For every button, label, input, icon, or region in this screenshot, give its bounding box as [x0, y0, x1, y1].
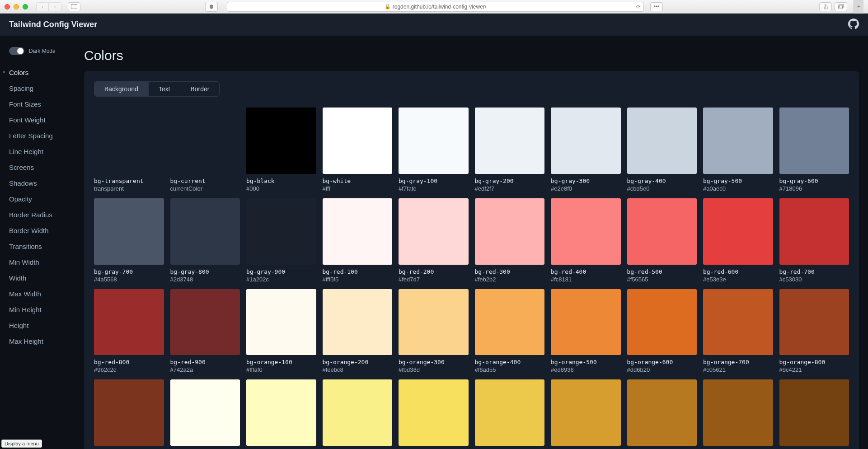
swatch-color-box: [551, 289, 621, 355]
svg-rect-0: [71, 5, 77, 9]
share-button[interactable]: [819, 2, 832, 11]
swatch-bg-red-900[interactable]: bg-red-900#742a2a: [170, 289, 240, 374]
back-button[interactable]: ‹: [36, 2, 49, 11]
share-icon: [823, 4, 828, 9]
swatch-hex: #f56565: [627, 276, 697, 283]
swatch-hex: #c53030: [779, 276, 849, 283]
sidebar-item-border-radius[interactable]: Border Radius: [9, 210, 84, 220]
swatch-bg-orange-600[interactable]: bg-orange-600#dd6b20: [627, 289, 697, 374]
swatch-bg-red-100[interactable]: bg-red-100#fff5f5: [323, 198, 393, 283]
swatch-bg-yellow-900[interactable]: bg-yellow-900#744210: [779, 379, 849, 449]
tab-border[interactable]: Border: [180, 82, 219, 96]
swatch-bg-red-300[interactable]: bg-red-300#feb2b2: [475, 198, 545, 283]
swatch-hex: #edf2f7: [475, 185, 545, 192]
swatch-bg-orange-900[interactable]: bg-orange-900#7b341e: [94, 379, 164, 449]
swatch-bg-orange-400[interactable]: bg-orange-400#f6ad55: [475, 289, 545, 374]
swatch-bg-orange-200[interactable]: bg-orange-200#feebc8: [323, 289, 393, 374]
sidebar-item-opacity[interactable]: Opacity: [9, 194, 84, 204]
sidebar-item-font-sizes[interactable]: Font Sizes: [9, 99, 84, 109]
window-minimize-button[interactable]: [14, 4, 19, 9]
tab-text[interactable]: Text: [149, 82, 181, 96]
tab-background[interactable]: Background: [94, 82, 149, 96]
swatch-bg-orange-500[interactable]: bg-orange-500#ed8936: [551, 289, 621, 374]
sidebar-item-shadows[interactable]: Shadows: [9, 178, 84, 188]
reload-button[interactable]: ⟳: [636, 4, 641, 10]
window-close-button[interactable]: [5, 4, 10, 9]
swatch-bg-red-500[interactable]: bg-red-500#f56565: [627, 198, 697, 283]
swatch-bg-red-800[interactable]: bg-red-800#9b2c2c: [94, 289, 164, 374]
swatch-color-box: [399, 379, 469, 446]
swatch-bg-yellow-700[interactable]: bg-yellow-700#b7791f: [627, 379, 697, 449]
swatch-bg-yellow-300[interactable]: bg-yellow-300#faf089: [323, 379, 393, 449]
swatch-bg-orange-100[interactable]: bg-orange-100#fffaf0: [246, 289, 316, 374]
swatch-bg-gray-400[interactable]: bg-gray-400#cbd5e0: [627, 108, 697, 192]
swatch-bg-white[interactable]: bg-white#fff: [323, 108, 393, 192]
github-link[interactable]: [848, 19, 859, 31]
sidebar-item-width[interactable]: Width: [9, 273, 84, 283]
sidebar-item-screens[interactable]: Screens: [9, 163, 84, 172]
sidebar-item-height[interactable]: Height: [9, 321, 84, 330]
sidebar-item-transitions[interactable]: Transitions: [9, 242, 84, 251]
reader-extension-button[interactable]: [205, 2, 218, 12]
swatch-bg-gray-200[interactable]: bg-gray-200#edf2f7: [475, 108, 545, 192]
dark-mode-toggle[interactable]: [9, 47, 24, 55]
colors-panel: Background Text Border bg-transparenttra…: [84, 71, 859, 449]
swatch-bg-yellow-800[interactable]: bg-yellow-800#975a16: [703, 379, 773, 449]
swatch-hex: #ed8936: [551, 366, 621, 373]
page-actions-button[interactable]: •••: [650, 2, 663, 11]
sidebar-item-min-width[interactable]: Min Width: [9, 257, 84, 267]
swatch-bg-black[interactable]: bg-black#000: [246, 108, 316, 192]
swatch-color-box: [170, 198, 240, 265]
swatch-bg-red-200[interactable]: bg-red-200#fed7d7: [399, 198, 469, 283]
window-controls: [5, 4, 28, 9]
swatch-bg-orange-800[interactable]: bg-orange-800#9c4221: [779, 289, 849, 374]
sidebar-item-min-height[interactable]: Min Height: [9, 305, 84, 314]
swatch-bg-gray-100[interactable]: bg-gray-100#f7fafc: [399, 108, 469, 192]
swatch-color-box: [170, 289, 240, 355]
swatch-color-box: [703, 108, 773, 174]
swatch-bg-gray-700[interactable]: bg-gray-700#4a5568: [94, 198, 164, 283]
url-bar[interactable]: 🔒 rogden.github.io/tailwind-config-viewe…: [227, 2, 644, 12]
swatch-bg-gray-300[interactable]: bg-gray-300#e2e8f0: [551, 108, 621, 192]
sidebar-item-border-width[interactable]: Border Width: [9, 226, 84, 235]
swatch-name: bg-red-600: [703, 268, 773, 275]
nav-back-forward: ‹ ›: [36, 2, 61, 11]
swatch-bg-yellow-200[interactable]: bg-yellow-200#fefcbf: [246, 379, 316, 449]
swatch-bg-yellow-600[interactable]: bg-yellow-600#d69e2e: [551, 379, 621, 449]
swatch-color-box: [94, 379, 164, 446]
forward-button[interactable]: ›: [49, 2, 61, 11]
window-maximize-button[interactable]: [23, 4, 28, 9]
swatch-color-box: [246, 198, 316, 265]
sidebar-toggle-button[interactable]: [68, 2, 80, 11]
swatch-bg-orange-300[interactable]: bg-orange-300#fbd38d: [399, 289, 469, 374]
swatch-bg-yellow-500[interactable]: bg-yellow-500#ecc94b: [475, 379, 545, 449]
swatch-bg-current[interactable]: bg-currentcurrentColor: [170, 108, 240, 192]
swatch-bg-gray-600[interactable]: bg-gray-600#718096: [779, 108, 849, 192]
swatch-bg-transparent[interactable]: bg-transparenttransparent: [94, 108, 164, 192]
swatch-color-box: [323, 379, 393, 446]
swatch-color-box: [323, 108, 393, 174]
swatch-bg-orange-700[interactable]: bg-orange-700#c05621: [703, 289, 773, 374]
swatch-bg-gray-800[interactable]: bg-gray-800#2d3748: [170, 198, 240, 283]
sidebar-item-colors[interactable]: Colors: [9, 68, 84, 77]
swatch-color-box: [170, 379, 240, 446]
sidebar-item-line-height[interactable]: Line Height: [9, 147, 84, 156]
sidebar-item-max-height[interactable]: Max Height: [9, 337, 84, 346]
swatch-bg-red-600[interactable]: bg-red-600#e53e3e: [703, 198, 773, 283]
swatch-bg-red-700[interactable]: bg-red-700#c53030: [779, 198, 849, 283]
swatch-hex: #a0aec0: [703, 185, 773, 192]
swatch-bg-red-400[interactable]: bg-red-400#fc8181: [551, 198, 621, 283]
sidebar-item-spacing[interactable]: Spacing: [9, 84, 84, 93]
swatch-bg-yellow-100[interactable]: bg-yellow-100#fffff0: [170, 379, 240, 449]
tabs-button[interactable]: [835, 2, 847, 11]
swatch-color-box: [246, 289, 316, 355]
sidebar-item-max-width[interactable]: Max Width: [9, 289, 84, 299]
swatch-bg-gray-500[interactable]: bg-gray-500#a0aec0: [703, 108, 773, 192]
swatch-bg-gray-900[interactable]: bg-gray-900#1a202c: [246, 198, 316, 283]
shield-icon: [209, 4, 214, 9]
new-tab-button[interactable]: +: [854, 0, 863, 14]
sidebar-item-font-weight[interactable]: Font Weight: [9, 115, 84, 125]
swatch-bg-yellow-400[interactable]: bg-yellow-400#f6e05e: [399, 379, 469, 449]
swatch-color-box: [551, 198, 621, 265]
sidebar-item-letter-spacing[interactable]: Letter Spacing: [9, 131, 84, 140]
